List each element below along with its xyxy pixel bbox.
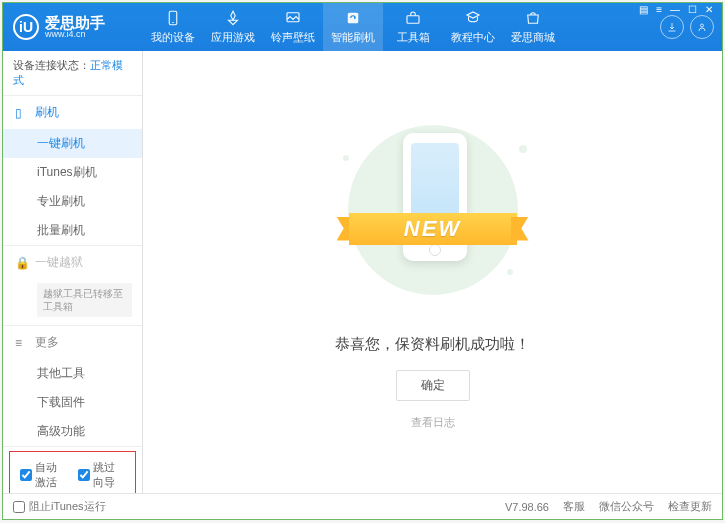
- checkbox-auto-activate[interactable]: 自动激活: [20, 460, 68, 490]
- tutorial-icon: [464, 9, 482, 27]
- wallpaper-icon: [284, 9, 302, 27]
- checkbox-skip-guide[interactable]: 跳过向导: [78, 460, 126, 490]
- new-ribbon: NEW: [337, 207, 529, 251]
- sidebar-item-itunes[interactable]: iTunes刷机: [3, 158, 142, 187]
- download-icon[interactable]: [660, 15, 684, 39]
- toolbox-icon: [404, 9, 422, 27]
- maximize-icon[interactable]: ☐: [685, 4, 700, 15]
- connection-status: 设备连接状态：正常模式: [3, 51, 142, 96]
- footer-support[interactable]: 客服: [563, 499, 585, 514]
- svg-rect-3: [348, 13, 359, 24]
- sidebar-header-jailbreak[interactable]: 🔒一键越狱: [3, 246, 142, 279]
- main-content: NEW 恭喜您，保资料刷机成功啦！ 确定 查看日志: [143, 51, 722, 493]
- footer-update[interactable]: 检查更新: [668, 499, 712, 514]
- sidebar-item-advanced[interactable]: 高级功能: [3, 417, 142, 446]
- sidebar-item-other[interactable]: 其他工具: [3, 359, 142, 388]
- nav-tutorial[interactable]: 教程中心: [443, 3, 503, 51]
- lock-icon: 🔒: [15, 256, 29, 270]
- apps-icon: [224, 9, 242, 27]
- svg-point-5: [701, 24, 704, 27]
- checkbox-block-itunes[interactable]: 阻止iTunes运行: [13, 499, 106, 514]
- titlebar: ▤ ≡ — ☐ ✕ iU 爱思助手 www.i4.cn 我的设备 应用游戏 铃声…: [3, 3, 722, 51]
- jailbreak-note: 越狱工具已转移至工具箱: [37, 283, 132, 317]
- app-url: www.i4.cn: [45, 30, 105, 39]
- svg-rect-4: [407, 16, 419, 24]
- settings-icon[interactable]: ▤: [636, 4, 651, 15]
- sidebar-item-oneclick[interactable]: 一键刷机: [3, 129, 142, 158]
- phone-flash-icon: ▯: [15, 106, 29, 120]
- success-message: 恭喜您，保资料刷机成功啦！: [335, 335, 530, 354]
- feedback-icon[interactable]: ≡: [653, 4, 665, 15]
- logo: iU 爱思助手 www.i4.cn: [3, 14, 143, 40]
- view-log-link[interactable]: 查看日志: [411, 415, 455, 430]
- footer-wechat[interactable]: 微信公众号: [599, 499, 654, 514]
- nav-flash[interactable]: 智能刷机: [323, 3, 383, 51]
- window-controls: ▤ ≡ — ☐ ✕: [630, 2, 722, 17]
- sidebar: 设备连接状态：正常模式 ▯刷机 一键刷机 iTunes刷机 专业刷机 批量刷机 …: [3, 51, 143, 493]
- ok-button[interactable]: 确定: [396, 370, 470, 401]
- logo-icon: iU: [13, 14, 39, 40]
- success-illustration: NEW: [333, 115, 533, 315]
- minimize-icon[interactable]: —: [667, 4, 683, 15]
- sidebar-header-more[interactable]: ≡更多: [3, 326, 142, 359]
- nav-store[interactable]: 爱思商城: [503, 3, 563, 51]
- nav-apps[interactable]: 应用游戏: [203, 3, 263, 51]
- sidebar-item-batch[interactable]: 批量刷机: [3, 216, 142, 245]
- menu-icon: ≡: [15, 336, 29, 350]
- sidebar-header-flash[interactable]: ▯刷机: [3, 96, 142, 129]
- account-controls: [660, 15, 722, 39]
- footer: 阻止iTunes运行 V7.98.66 客服 微信公众号 检查更新: [3, 493, 722, 519]
- user-icon[interactable]: [690, 15, 714, 39]
- store-icon: [524, 9, 542, 27]
- nav-toolbox[interactable]: 工具箱: [383, 3, 443, 51]
- phone-icon: [164, 9, 182, 27]
- sidebar-item-firmware[interactable]: 下载固件: [3, 388, 142, 417]
- nav-device[interactable]: 我的设备: [143, 3, 203, 51]
- sidebar-item-pro[interactable]: 专业刷机: [3, 187, 142, 216]
- version-label: V7.98.66: [505, 501, 549, 513]
- flash-options: 自动激活 跳过向导: [9, 451, 136, 493]
- close-icon[interactable]: ✕: [702, 4, 716, 15]
- refresh-icon: [344, 9, 362, 27]
- app-name: 爱思助手: [45, 15, 105, 30]
- top-nav: 我的设备 应用游戏 铃声壁纸 智能刷机 工具箱 教程中心 爱思商城: [143, 3, 660, 51]
- nav-ringtone[interactable]: 铃声壁纸: [263, 3, 323, 51]
